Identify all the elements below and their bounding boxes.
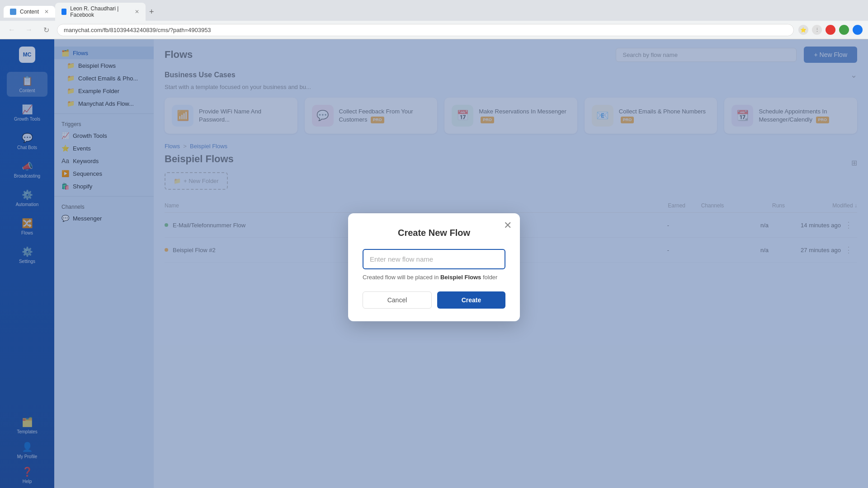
refresh-button[interactable]: ↻ [40,23,52,36]
tab-favicon-content [10,9,16,15]
tab-close-content[interactable]: ✕ [44,9,49,15]
modal-close-button[interactable]: ✕ [504,221,512,230]
modal-hint: Created flow will be placed in Beispiel … [363,274,505,281]
browser-tab-content[interactable]: Content ✕ [4,6,55,18]
browser-icon-1[interactable]: ⭐ [798,25,808,35]
browser-icon-4 [839,25,849,35]
browser-icon-2[interactable]: ⋮ [812,25,822,35]
tab-close-fb[interactable]: ✕ [135,9,139,15]
flow-name-input[interactable] [363,249,505,269]
modal-overlay: ✕ Create New Flow Created flow will be p… [0,39,868,488]
modal-hint-suffix: folder [481,274,497,281]
modal-hint-folder: Beispiel Flows [440,274,481,281]
browser-tab-fb[interactable]: Leon R. Chaudhari | Facebook ✕ [55,3,146,21]
tab-favicon-fb [61,9,66,15]
create-button[interactable]: Create [437,291,505,309]
cancel-button[interactable]: Cancel [363,291,432,309]
app: MC 📋 Content 📈 Growth Tools 💬 Chat Bots … [0,39,868,488]
address-bar[interactable]: manychat.com/fb/81039443240839/cms/?path… [57,24,794,36]
create-flow-modal: ✕ Create New Flow Created flow will be p… [348,213,520,321]
browser-icon-3 [826,25,835,35]
browser-chrome: Content ✕ Leon R. Chaudhari | Facebook ✕… [0,0,868,39]
forward-button[interactable]: → [23,23,35,36]
back-button[interactable]: ← [5,23,18,36]
new-tab-button[interactable]: + [146,6,158,18]
modal-hint-prefix: Created flow will be placed in [363,274,440,281]
browser-tabs: Content ✕ Leon R. Chaudhari | Facebook ✕… [0,0,868,21]
modal-actions: Cancel Create [363,291,505,309]
modal-title: Create New Flow [363,228,505,238]
tab-label-fb: Leon R. Chaudhari | Facebook [70,5,129,18]
browser-icons: ⭐ ⋮ [798,25,863,35]
browser-icon-fb [853,25,863,35]
tab-label-content: Content [20,9,39,15]
browser-toolbar: ← → ↻ manychat.com/fb/81039443240839/cms… [0,21,868,39]
